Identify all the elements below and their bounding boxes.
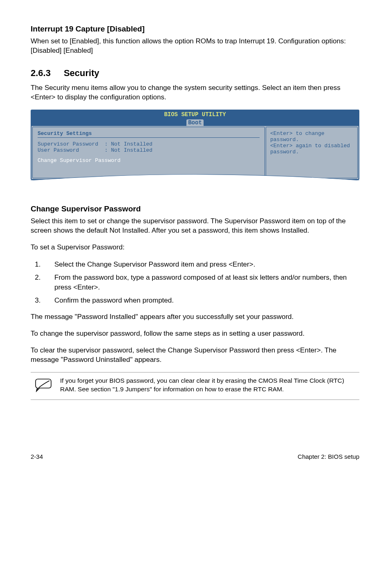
bios-settings-panel: Security Settings Supervisor Password : … bbox=[32, 127, 265, 178]
change-supervisor-p1: Select this item to set or change the su… bbox=[31, 217, 359, 236]
note-text: If you forget your BIOS password, you ca… bbox=[60, 377, 359, 394]
step-item: Confirm the password when prompted. bbox=[50, 296, 359, 305]
bios-screenshot: BIOS SETUP UTILITY Boot Security Setting… bbox=[31, 110, 359, 180]
step-item: Select the Change Supervisor Password it… bbox=[50, 260, 359, 269]
bios-help-panel: <Enter> to change password. <Enter> agai… bbox=[266, 127, 358, 178]
bios-tab-boot: Boot bbox=[186, 119, 204, 126]
note-icon bbox=[31, 377, 52, 394]
steps-list: Select the Change Supervisor Password it… bbox=[31, 260, 359, 305]
change-supervisor-p3: The message "Password Installed" appears… bbox=[31, 312, 359, 322]
bios-selected-item: Change Supervisor Password bbox=[38, 157, 260, 164]
change-supervisor-heading: Change Supervisor Password bbox=[31, 204, 359, 213]
security-heading: 2.6.3Security bbox=[31, 68, 359, 79]
section-number: 2.6.3 bbox=[31, 68, 51, 79]
divider bbox=[38, 137, 260, 138]
interrupt-heading: Interrupt 19 Capture [Disabled] bbox=[31, 25, 359, 34]
bios-utility-title: BIOS SETUP UTILITY bbox=[31, 111, 359, 118]
security-body: The Security menu items allow you to cha… bbox=[31, 83, 359, 102]
change-supervisor-p2: To set a Supervisor Password: bbox=[31, 243, 359, 252]
page-footer: 2-34 Chapter 2: BIOS setup bbox=[0, 453, 390, 476]
change-supervisor-p5: To clear the supervisor password, select… bbox=[31, 346, 359, 365]
bios-header: BIOS SETUP UTILITY Boot bbox=[31, 110, 359, 126]
chapter-label: Chapter 2: BIOS setup bbox=[298, 453, 359, 460]
bios-row-user: User Password : Not Installed bbox=[38, 147, 260, 153]
bios-help-text: <Enter> to change password. <Enter> agai… bbox=[270, 130, 353, 155]
note-box: If you forget your BIOS password, you ca… bbox=[31, 372, 359, 400]
bios-settings-title: Security Settings bbox=[38, 130, 260, 137]
section-title: Security bbox=[64, 68, 99, 78]
step-item: From the password box, type a password c… bbox=[50, 273, 359, 292]
interrupt-body: When set to [Enabled], this function all… bbox=[31, 37, 359, 56]
bios-row-supervisor: Supervisor Password : Not Installed bbox=[38, 141, 260, 147]
change-supervisor-p4: To change the supervisor password, follo… bbox=[31, 329, 359, 339]
page-number: 2-34 bbox=[31, 453, 43, 460]
